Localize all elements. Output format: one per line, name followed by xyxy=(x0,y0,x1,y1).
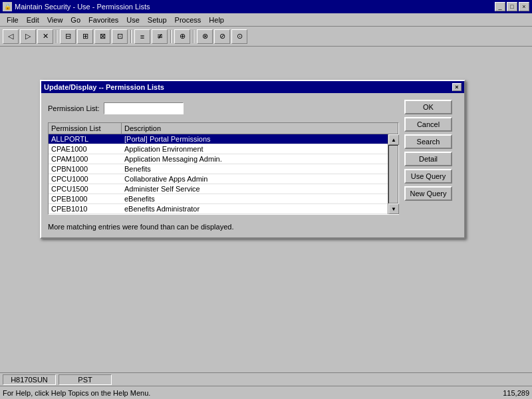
cell-desc: Application Environment xyxy=(122,144,388,154)
cell-permlist: CPCU1500 xyxy=(49,184,122,194)
cell-desc: Benefits xyxy=(122,164,388,174)
cancel-button[interactable]: Cancel xyxy=(404,117,452,132)
table-row[interactable]: CPCU1000Collaborative Apps Admin xyxy=(49,174,388,184)
help-text: For Help, click Help Topics on the Help … xyxy=(3,389,150,397)
maximize-button[interactable]: □ xyxy=(507,2,517,11)
search-label: Permission List: xyxy=(48,104,100,112)
dialog-title: Update/Display -- Permission Lists xyxy=(44,83,164,91)
cell-desc: eBenefits Administrator xyxy=(122,204,388,213)
status-bar: H8170SUN PST xyxy=(0,372,532,386)
cell-desc: Collaborative Apps Admin xyxy=(122,174,388,184)
search-row: Permission List: xyxy=(48,100,399,117)
dialog-close-button[interactable]: × xyxy=(452,83,462,91)
table-row[interactable]: CPEB1000eBenefits xyxy=(49,194,388,204)
scroll-down-button[interactable]: ▼ xyxy=(388,203,399,214)
help-bar: For Help, click Help Topics on the Help … xyxy=(0,386,532,399)
toolbar-btn-11[interactable]: ⊗ xyxy=(197,29,213,44)
help-coordinates: 115,289 xyxy=(503,389,529,397)
table-rows: ALLPORTL[Portal] Portal PermissionsCPAE1… xyxy=(49,134,388,214)
dialog: Update/Display -- Permission Lists × Per… xyxy=(40,80,466,239)
table-scroll-area: ALLPORTL[Portal] Portal PermissionsCPAE1… xyxy=(49,134,398,214)
table-scrollbar[interactable]: ▲ ▼ xyxy=(388,134,398,214)
message-text: More matching entries were found than ca… xyxy=(48,220,399,231)
table-row[interactable]: CPEB1010eBenefits Administrator xyxy=(49,204,388,214)
table-row[interactable]: CPCU1500Administer Self Service xyxy=(49,184,388,194)
dialog-title-bar: Update/Display -- Permission Lists × xyxy=(41,81,464,93)
toolbar: ◁ ▷ ✕ ⊟ ⊞ ⊠ ⊡ ≡ ≢ ⊕ ⊗ ⊘ ⊙ xyxy=(0,27,532,47)
cell-permlist: CPAE1000 xyxy=(49,144,122,154)
toolbar-btn-2[interactable]: ▷ xyxy=(20,29,36,44)
cell-desc: Application Messaging Admin. xyxy=(122,154,388,164)
toolbar-sep-3 xyxy=(170,30,172,43)
dialog-left-panel: Permission List: Permission List Descrip… xyxy=(48,100,399,231)
cell-permlist: ALLPORTL xyxy=(49,134,122,144)
menu-file[interactable]: File xyxy=(3,15,23,25)
toolbar-btn-9[interactable]: ≢ xyxy=(152,29,168,44)
ok-button[interactable]: OK xyxy=(404,100,452,114)
toolbar-btn-7[interactable]: ⊡ xyxy=(112,29,128,44)
toolbar-sep-1 xyxy=(56,30,57,43)
cell-permlist: CPCU1000 xyxy=(49,174,122,184)
menu-setup[interactable]: Setup xyxy=(144,15,171,25)
menu-favorites[interactable]: Favorites xyxy=(84,15,122,25)
menu-use[interactable]: Use xyxy=(122,15,144,25)
cell-permlist: CPEB1010 xyxy=(49,204,122,213)
table-row[interactable]: CPBN1000Benefits xyxy=(49,164,388,174)
toolbar-btn-10[interactable]: ⊕ xyxy=(174,29,190,44)
title-bar-controls: _ □ × xyxy=(495,2,529,11)
search-button[interactable]: Search xyxy=(404,134,452,149)
title-bar-text: Maintain Security - Use - Permission Lis… xyxy=(15,3,150,11)
dialog-body: Permission List: Permission List Descrip… xyxy=(41,93,464,237)
table-row[interactable]: CPAE1000Application Environment xyxy=(49,144,388,154)
toolbar-btn-4[interactable]: ⊟ xyxy=(60,29,76,44)
permission-list-input[interactable] xyxy=(104,102,184,114)
cell-desc: Administer Self Service xyxy=(122,184,388,194)
menu-bar: File Edit View Go Favorites Use Setup Pr… xyxy=(0,13,532,27)
main-area: Update/Display -- Permission Lists × Per… xyxy=(0,47,532,372)
new-query-button[interactable]: New Query xyxy=(404,186,452,201)
toolbar-btn-5[interactable]: ⊞ xyxy=(77,29,93,44)
toolbar-btn-8[interactable]: ≡ xyxy=(134,29,150,44)
dialog-buttons: OK Cancel Search Detail Use Query New Qu… xyxy=(404,100,458,231)
toolbar-sep-4 xyxy=(193,30,194,43)
menu-view[interactable]: View xyxy=(43,15,67,25)
detail-button[interactable]: Detail xyxy=(404,152,452,166)
scroll-track[interactable] xyxy=(388,145,398,203)
use-query-button[interactable]: Use Query xyxy=(404,169,452,184)
toolbar-sep-2 xyxy=(130,30,132,43)
table-row[interactable]: CPAM1000Application Messaging Admin. xyxy=(49,154,388,164)
results-table: Permission List Description ALLPORTL[Por… xyxy=(48,122,399,215)
table-row[interactable]: ALLPORTL[Portal] Portal Permissions xyxy=(49,134,388,144)
menu-go[interactable]: Go xyxy=(66,15,84,25)
menu-help[interactable]: Help xyxy=(205,15,228,25)
app-icon: 🔒 xyxy=(3,2,12,11)
menu-edit[interactable]: Edit xyxy=(23,15,43,25)
server-status: H8170SUN xyxy=(3,374,56,385)
dialog-content: Permission List: Permission List Descrip… xyxy=(48,100,458,231)
cell-permlist: CPBN1000 xyxy=(49,164,122,174)
cell-desc: eBenefits xyxy=(122,194,388,203)
menu-process[interactable]: Process xyxy=(171,15,205,25)
minimize-button[interactable]: _ xyxy=(495,2,505,11)
toolbar-btn-1[interactable]: ◁ xyxy=(3,29,19,44)
table-header: Permission List Description xyxy=(49,123,398,134)
toolbar-btn-12[interactable]: ⊘ xyxy=(214,29,230,44)
cell-permlist: CPEB1000 xyxy=(49,194,122,203)
col-header-desc: Description xyxy=(122,123,398,134)
title-bar: 🔒 Maintain Security - Use - Permission L… xyxy=(0,0,532,13)
cell-permlist: CPAM1000 xyxy=(49,154,122,164)
close-button[interactable]: × xyxy=(519,2,529,11)
toolbar-btn-3[interactable]: ✕ xyxy=(37,29,53,44)
toolbar-btn-13[interactable]: ⊙ xyxy=(231,29,247,44)
scroll-up-button[interactable]: ▲ xyxy=(388,134,399,145)
toolbar-btn-6[interactable]: ⊠ xyxy=(94,29,110,44)
timezone-status: PST xyxy=(59,374,112,385)
col-header-permlist: Permission List xyxy=(49,123,122,134)
cell-desc: [Portal] Portal Permissions xyxy=(122,134,388,144)
